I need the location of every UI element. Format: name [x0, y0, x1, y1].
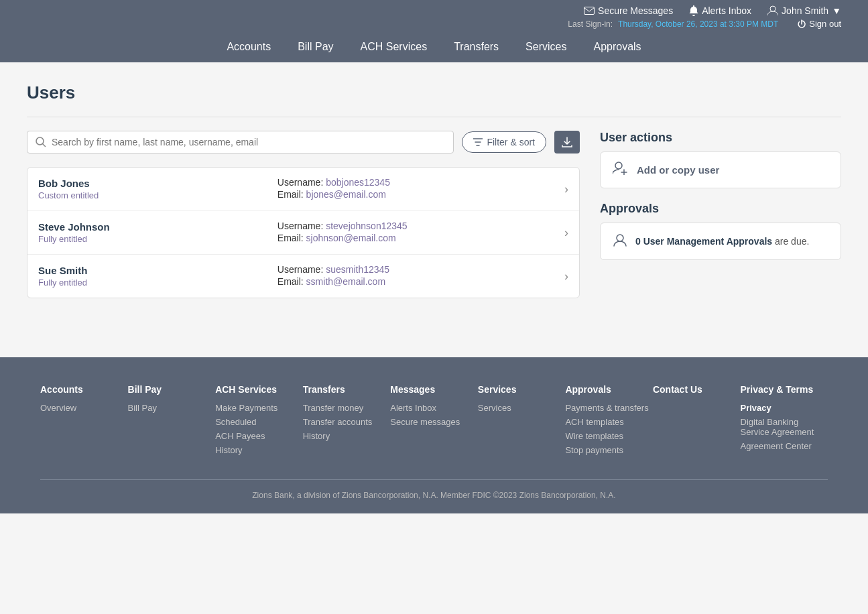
- footer-link-wire-templates[interactable]: Wire templates: [565, 431, 653, 441]
- add-copy-user-button[interactable]: Add or copy user: [600, 151, 841, 188]
- footer-link-digital-banking[interactable]: Digital Banking Service Agreement: [741, 417, 828, 437]
- footer-link-payments-transfers[interactable]: Payments & transfers: [565, 403, 653, 413]
- user-credentials: Username: suesmith12345 Email: ssmith@em…: [277, 264, 564, 288]
- svg-point-1: [770, 6, 776, 11]
- footer-link-billpay[interactable]: Bill Pay: [128, 403, 216, 413]
- email-label: Email:: [277, 233, 304, 243]
- footer-link-stop-payments[interactable]: Stop payments: [565, 445, 653, 455]
- svg-rect-0: [584, 7, 595, 15]
- username-label: Username:: [277, 177, 323, 188]
- footer-col-contact: Contact Us: [653, 384, 741, 459]
- svg-point-4: [617, 235, 623, 241]
- filter-icon: [473, 138, 483, 146]
- download-icon: [561, 136, 573, 148]
- footer-col-accounts-title: Accounts: [40, 384, 128, 395]
- footer-col-services: Services Services: [478, 384, 566, 459]
- nav-transfers[interactable]: Transfers: [454, 41, 499, 53]
- footer-link-overview[interactable]: Overview: [40, 403, 128, 413]
- search-row: Filter & sort: [27, 131, 580, 154]
- user-entitlement: Fully entitled: [38, 278, 277, 288]
- email-label: Email:: [277, 189, 304, 200]
- chevron-right-icon: ›: [564, 226, 568, 240]
- approvals-icon: [613, 233, 627, 250]
- divider: [27, 117, 841, 117]
- footer-link-privacy[interactable]: Privacy: [741, 403, 828, 413]
- user-list: Bob Jones Custom entitled Username: bobj…: [27, 167, 580, 298]
- page-title: Users: [27, 82, 841, 103]
- nav-accounts[interactable]: Accounts: [227, 41, 271, 53]
- footer-link-scheduled[interactable]: Scheduled: [215, 417, 303, 427]
- envelope-icon: [584, 7, 595, 15]
- footer-col-contact-title: Contact Us: [653, 384, 741, 395]
- search-icon: [36, 137, 46, 147]
- approvals-section-title: Approvals: [600, 202, 841, 216]
- table-row[interactable]: Steve Johnson Fully entitled Username: s…: [27, 211, 579, 255]
- footer-copyright: Zions Bank, a division of Zions Bancorpo…: [252, 491, 615, 500]
- footer-link-ach-payees[interactable]: ACH Payees: [215, 431, 303, 441]
- nav-approvals[interactable]: Approvals: [593, 41, 641, 53]
- user-icon: [767, 5, 778, 16]
- filter-sort-button[interactable]: Filter & sort: [462, 131, 546, 153]
- user-name: Sue Smith: [38, 265, 277, 276]
- nav-services[interactable]: Services: [525, 41, 566, 53]
- footer-col-messages: Messages Alerts Inbox Secure messages: [390, 384, 478, 459]
- user-name: Steve Johnson: [38, 221, 277, 233]
- chevron-right-icon: ›: [564, 182, 568, 196]
- username-value: bobjones12345: [326, 177, 390, 188]
- right-panel: User actions Add or copy user Approvals: [600, 131, 841, 298]
- username-value: suesmith12345: [326, 264, 389, 275]
- footer-col-approvals: Approvals Payments & transfers ACH templ…: [565, 384, 653, 459]
- table-row[interactable]: Bob Jones Custom entitled Username: bobj…: [27, 168, 579, 211]
- main-nav: Accounts Bill Pay ACH Services Transfers…: [0, 34, 868, 62]
- footer-link-make-payments[interactable]: Make Payments: [215, 403, 303, 413]
- add-user-icon: [613, 162, 629, 178]
- search-input[interactable]: [52, 137, 445, 147]
- footer-col-privacy-title: Privacy & Terms: [741, 384, 828, 395]
- add-copy-user-label: Add or copy user: [637, 164, 719, 176]
- last-signin-label: Last Sign-in:: [568, 19, 613, 29]
- user-credentials: Username: stevejohnson12345 Email: sjohn…: [277, 221, 564, 245]
- table-row[interactable]: Sue Smith Fully entitled Username: suesm…: [27, 255, 579, 298]
- footer-link-secure-messages[interactable]: Secure messages: [390, 417, 478, 427]
- user-menu[interactable]: John Smith ▼: [767, 5, 841, 16]
- footer-col-privacy: Privacy & Terms Privacy Digital Banking …: [741, 384, 828, 459]
- footer-link-agreement-center[interactable]: Agreement Center: [741, 441, 828, 451]
- username-label: Username:: [277, 264, 323, 275]
- footer-link-transfers-history[interactable]: History: [303, 431, 391, 441]
- email-label: Email:: [277, 276, 304, 287]
- bell-icon: [689, 5, 698, 16]
- email-value: sjohnson@email.com: [306, 233, 396, 243]
- user-info: Bob Jones Custom entitled: [38, 178, 277, 200]
- footer-col-accounts: Accounts Overview: [40, 384, 128, 459]
- power-icon: [797, 19, 806, 29]
- nav-ach-services[interactable]: ACH Services: [361, 41, 428, 53]
- email-value: bjones@email.com: [306, 189, 386, 200]
- approvals-card: 0 User Management Approvals are due.: [600, 223, 841, 260]
- footer-link-alerts-inbox[interactable]: Alerts Inbox: [390, 403, 478, 413]
- nav-bill-pay[interactable]: Bill Pay: [298, 41, 333, 53]
- footer-link-transfer-accounts[interactable]: Transfer accounts: [303, 417, 391, 427]
- footer-link-transfer-money[interactable]: Transfer money: [303, 403, 391, 413]
- approval-count: 0 User Management Approvals: [635, 236, 772, 247]
- chevron-right-icon: ›: [564, 269, 568, 284]
- chevron-down-icon: ▼: [832, 5, 841, 16]
- user-name: Bob Jones: [38, 178, 277, 189]
- left-panel: Filter & sort Bob Jones Custom entitled: [27, 131, 580, 298]
- signout-btn[interactable]: Sign out: [797, 19, 841, 29]
- footer-col-messages-title: Messages: [390, 384, 478, 395]
- search-box[interactable]: [27, 131, 454, 154]
- footer-col-billpay: Bill Pay Bill Pay: [128, 384, 216, 459]
- approval-text: 0 User Management Approvals are due.: [635, 236, 809, 247]
- svg-point-3: [615, 162, 622, 169]
- footer-link-ach-history[interactable]: History: [215, 445, 303, 455]
- footer-col-services-title: Services: [478, 384, 566, 395]
- footer-col-ach-title: ACH Services: [215, 384, 303, 395]
- footer-col-billpay-title: Bill Pay: [128, 384, 216, 395]
- footer-link-ach-templates[interactable]: ACH templates: [565, 417, 653, 427]
- secure-messages-link[interactable]: Secure Messages: [584, 5, 673, 16]
- footer-link-services[interactable]: Services: [478, 403, 566, 413]
- header: Secure Messages Alerts Inbox John Smith …: [0, 0, 868, 34]
- username-value: stevejohnson12345: [326, 221, 407, 231]
- download-button[interactable]: [554, 131, 580, 154]
- alerts-inbox-link[interactable]: Alerts Inbox: [689, 5, 751, 16]
